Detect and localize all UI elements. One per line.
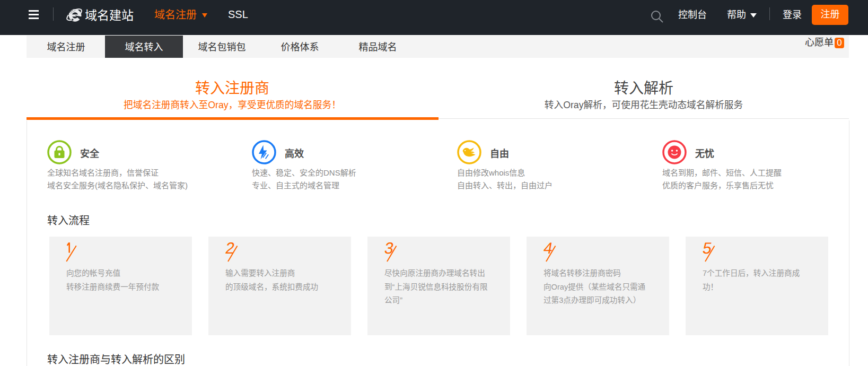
svg-text:2: 2	[224, 240, 236, 257]
svg-text:4: 4	[542, 240, 554, 257]
svg-text:5: 5	[702, 240, 713, 257]
svg-text:3: 3	[383, 240, 395, 257]
